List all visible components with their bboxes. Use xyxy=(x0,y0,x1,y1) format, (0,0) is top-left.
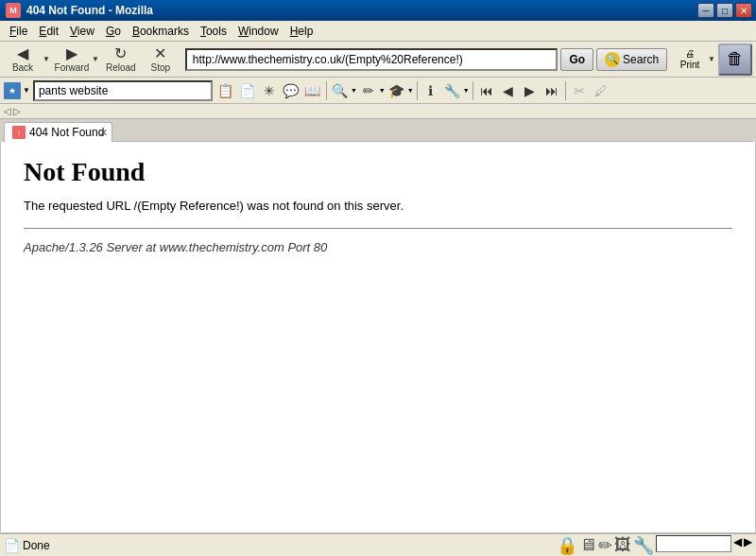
title-bar: M 404 Not Found - Mozilla ─ □ ✕ xyxy=(0,0,756,21)
minimize-button[interactable]: ─ xyxy=(697,3,714,18)
menu-file[interactable]: File xyxy=(4,23,33,40)
menu-edit[interactable]: Edit xyxy=(33,23,64,40)
copy-icon[interactable]: 📋 xyxy=(215,80,236,101)
tab-close-button[interactable]: ✕ xyxy=(99,127,108,139)
tools-icon[interactable]: 🔧 xyxy=(442,80,463,101)
search-button[interactable]: 🔍 Search xyxy=(596,48,667,71)
status-settings-icon: 🔧 xyxy=(633,535,654,556)
mini-back-icon: ◁ xyxy=(4,106,11,116)
chat-icon[interactable]: 💬 xyxy=(281,80,301,101)
status-nav-right[interactable]: ▶ xyxy=(744,535,752,556)
apache-info: Apache/1.3.26 Server at www.thechemistry… xyxy=(24,240,732,254)
tools-arrow[interactable]: ▼ xyxy=(463,87,470,94)
status-lock-icon: 🔒 xyxy=(557,535,577,556)
menu-view[interactable]: View xyxy=(64,23,100,40)
print-icon: 🖨 xyxy=(685,48,695,59)
nav-toolbar: ◀ Back ▼ ▶ Forward ▼ ↻ Reload ✕ Stop Go … xyxy=(0,42,756,78)
trash-button[interactable]: 🗑 xyxy=(718,43,752,76)
stop-button[interactable]: ✕ Stop xyxy=(142,43,180,76)
trash-icon: 🗑 xyxy=(727,49,744,69)
stop-icon: ✕ xyxy=(154,46,166,61)
mini-toolbar: ◁ ▷ xyxy=(0,104,756,119)
print-arrow[interactable]: ▼ xyxy=(707,43,716,76)
bookmark-arrow[interactable]: ▼ xyxy=(23,86,30,95)
menu-bar: File Edit View Go Bookmarks Tools Window… xyxy=(0,21,756,42)
url-bar-area: Go 🔍 Search xyxy=(185,48,667,71)
back-button[interactable]: ◀ Back xyxy=(4,43,42,76)
status-text: Done xyxy=(23,539,50,552)
status-page-icon: 📄 xyxy=(4,538,20,553)
bookmark-icon: ★ xyxy=(4,82,21,99)
back-arrow[interactable]: ▼ xyxy=(42,43,51,76)
zoom-arrow[interactable]: ▼ xyxy=(351,87,357,94)
status-search-input[interactable] xyxy=(656,535,731,552)
status-nav-left[interactable]: ◀ xyxy=(733,535,742,556)
book-icon[interactable]: 📖 xyxy=(302,80,323,101)
status-bar: 📄 Done 🔒 🖥 ✏ 🖼 🔧 ◀ ▶ xyxy=(0,533,756,556)
active-tab[interactable]: ! 404 Not Found ✕ xyxy=(4,122,112,142)
pencil-arrow[interactable]: ▼ xyxy=(379,87,386,94)
rewind-icon[interactable]: ◀ xyxy=(498,80,519,101)
asterisk-icon[interactable]: ✳ xyxy=(259,80,280,101)
tab-favicon: ! xyxy=(12,126,26,139)
pencil-icon[interactable]: ✏ xyxy=(358,80,379,101)
url-input[interactable] xyxy=(185,48,558,71)
window-title: 404 Not Found - Mozilla xyxy=(26,4,153,17)
second-toolbar: ★ ▼ 📋 📄 ✳ 💬 📖 🔍 ▼ ✏ ▼ 🎓 ▼ ℹ 🔧 ▼ ⏮ xyxy=(0,78,756,104)
not-found-body: The requested URL /(Empty Reference!) wa… xyxy=(24,199,732,213)
menu-bookmarks[interactable]: Bookmarks xyxy=(127,23,195,40)
hat-arrow[interactable]: ▼ xyxy=(407,87,414,94)
close-button[interactable]: ✕ xyxy=(735,3,752,18)
status-image-icon: 🖼 xyxy=(614,535,631,556)
status-monitor-icon: 🖥 xyxy=(579,535,596,556)
hr-divider xyxy=(24,228,732,229)
page-content-area: Not Found The requested URL /(Empty Refe… xyxy=(0,142,756,533)
menu-tools[interactable]: Tools xyxy=(195,23,232,40)
reload-button[interactable]: ↻ Reload xyxy=(102,43,140,76)
mini-forward-icon: ▷ xyxy=(13,106,21,116)
status-pencil-icon: ✏ xyxy=(598,535,612,556)
forward-arrow[interactable]: ▼ xyxy=(91,43,100,76)
forward-button[interactable]: ▶ Forward xyxy=(53,43,91,76)
maximize-button[interactable]: □ xyxy=(716,3,733,18)
forward-icon: ▶ xyxy=(66,46,77,61)
fast-forward-icon[interactable]: ▶ xyxy=(520,80,541,101)
menu-help[interactable]: Help xyxy=(284,23,319,40)
zoom-icon[interactable]: 🔍 xyxy=(330,80,351,101)
search-icon: 🔍 xyxy=(605,52,620,67)
highlight-icon[interactable]: 🖊 xyxy=(591,80,611,101)
cut-icon[interactable]: ✂ xyxy=(569,80,590,101)
back-icon: ◀ xyxy=(17,46,28,61)
location-input[interactable] xyxy=(33,80,213,101)
go-button[interactable]: Go xyxy=(560,48,593,71)
reload-icon: ↻ xyxy=(114,46,127,61)
menu-go[interactable]: Go xyxy=(100,23,127,40)
next-icon[interactable]: ⏭ xyxy=(541,80,562,101)
not-found-heading: Not Found xyxy=(24,157,732,187)
tab-label: 404 Not Found xyxy=(29,126,104,139)
info-icon[interactable]: ℹ xyxy=(421,80,441,101)
tab-bar: ! 404 Not Found ✕ xyxy=(0,119,756,142)
menu-window[interactable]: Window xyxy=(232,23,284,40)
window-icon: M xyxy=(6,3,21,18)
new-doc-icon[interactable]: 📄 xyxy=(237,80,258,101)
prev-icon[interactable]: ⏮ xyxy=(476,80,497,101)
print-button[interactable]: 🖨 Print xyxy=(673,43,707,76)
hat-icon[interactable]: 🎓 xyxy=(387,80,407,101)
